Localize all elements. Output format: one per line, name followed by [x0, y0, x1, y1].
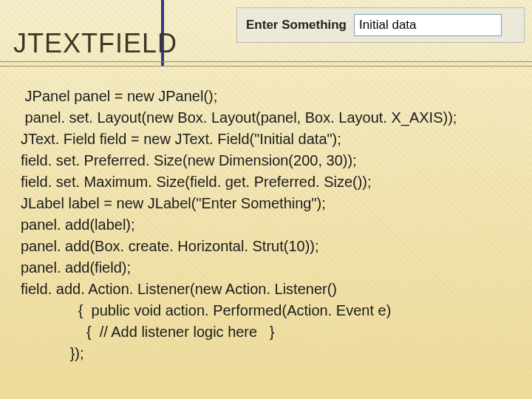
code-line: panel. add(field);: [21, 259, 131, 276]
swing-textfield[interactable]: [354, 14, 502, 36]
code-line: { // Add listener logic here }: [21, 324, 275, 340]
code-line: panel. add(label);: [21, 216, 135, 233]
code-line: panel. add(Box. create. Horizontal. Stru…: [21, 238, 319, 254]
hr-top: [0, 61, 532, 62]
code-block: JPanel panel = new JPanel(); panel. set.…: [21, 86, 517, 364]
slide-title: JTEXTFIELD: [13, 28, 177, 59]
slide: Enter Something JTEXTFIELD JPanel panel …: [0, 0, 532, 399]
code-line: JText. Field field = new JText. Field("I…: [21, 131, 341, 147]
code-line: field. set. Maximum. Size(field. get. Pr…: [21, 174, 372, 190]
code-line: field. set. Preferred. Size(new Dimensio…: [21, 152, 357, 168]
swing-label: Enter Something: [246, 18, 347, 33]
code-line: field. add. Action. Listener(new Action.…: [21, 281, 337, 297]
hr-bottom: [0, 66, 532, 66]
code-line: JLabel label = new JLabel("Enter Somethi…: [21, 195, 326, 211]
code-line: panel. set. Layout(new Box. Layout(panel…: [21, 109, 457, 126]
code-line: JPanel panel = new JPanel();: [21, 88, 217, 104]
code-line: { public void action. Performed(Action. …: [21, 302, 391, 318]
code-line: });: [21, 345, 84, 361]
swing-panel: Enter Something: [236, 7, 525, 43]
